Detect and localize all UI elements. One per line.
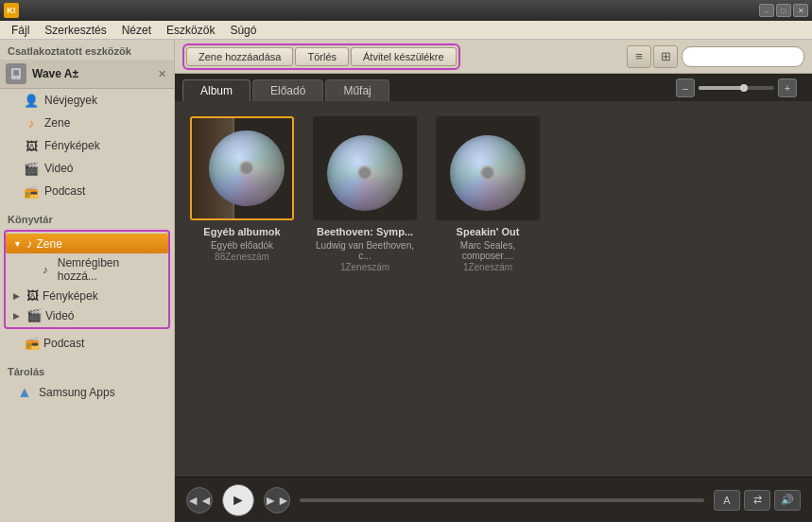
photos-expand-arrow: ▶ — [13, 291, 25, 301]
album-title-other: Egyéb albumok — [190, 226, 294, 238]
grid-view-button[interactable]: ⊞ — [653, 45, 678, 68]
search-input[interactable] — [682, 46, 804, 67]
minimize-button[interactable]: – — [759, 4, 774, 17]
view-buttons: ≡ ⊞ — [627, 45, 678, 68]
sidebar-item-contacts[interactable]: 👤 Névjegyek — [0, 89, 174, 112]
prev-button[interactable]: ◄◄ — [186, 487, 213, 513]
sidebar-item-video-library[interactable]: ▶ 🎬 Videó — [6, 305, 168, 325]
album-item-speakin[interactable]: Speakin' Out Marc Seales, composer.... 1… — [436, 116, 540, 272]
player-extra-buttons: A ⇄ 🔊 — [714, 490, 801, 511]
photos-library-icon: 🖼 — [26, 288, 39, 303]
library-section: ▼ ♪ Zene ♪ Nemrégiben hozzá... ▶ 🖼 Fényk… — [4, 230, 170, 329]
device-icon — [6, 63, 26, 84]
samsung-apps-icon: ▲ — [15, 383, 34, 402]
add-music-button[interactable]: Zene hozzáadása — [186, 47, 293, 66]
album-art-beethoven — [313, 116, 417, 220]
device-header: Wave A± ✕ — [0, 60, 174, 89]
album-art-other — [190, 116, 294, 220]
sidebar: Csatlakoztatott eszközök Wave A± ✕ 👤 Név… — [0, 40, 175, 522]
player-extra-btn-2[interactable]: ⇄ — [744, 490, 770, 511]
album-title-beethoven: Beethoven: Symp... — [313, 226, 417, 238]
menu-help[interactable]: Súgó — [222, 21, 264, 40]
sidebar-item-music-library[interactable]: ▼ ♪ Zene — [6, 234, 168, 253]
podcast-library-icon: 📻 — [25, 336, 40, 350]
album-item-beethoven[interactable]: Beethoven: Symp... Ludwig van Beethoven,… — [313, 116, 417, 272]
album-item-other[interactable]: Egyéb albumok Egyéb előadók 88Zeneszám — [190, 116, 294, 272]
title-bar: K! – □ ✕ — [0, 0, 812, 21]
sidebar-item-recent[interactable]: ♪ Nemrégiben hozzá... — [6, 253, 168, 286]
volume-minus-button[interactable]: – — [676, 78, 695, 97]
app-icon: K! — [4, 3, 19, 18]
connected-devices-title: Csatlakoztatott eszközök — [0, 40, 174, 60]
podcast-device-icon: 📻 — [23, 183, 40, 200]
tabs-bar: Album Előadó Műfaj – + — [175, 74, 812, 101]
video-library-icon: 🎬 — [26, 308, 42, 322]
title-bar-left: K! — [4, 3, 19, 18]
album-artist-other: Egyéb előadók — [190, 240, 294, 251]
player-extra-btn-3[interactable]: 🔊 — [774, 490, 801, 511]
main-container: Csatlakoztatott eszközök Wave A± ✕ 👤 Név… — [0, 40, 812, 522]
album-count-speakin: 1Zeneszám — [436, 262, 540, 272]
music-device-icon: ♪ — [23, 114, 40, 131]
album-count-beethoven: 1Zeneszám — [313, 262, 417, 272]
volume-slider[interactable] — [699, 86, 774, 90]
toolbar: Zene hozzáadása Törlés Átvitel készülékr… — [175, 40, 812, 74]
sidebar-item-podcast-library[interactable]: ▶ 📻 Podcast — [4, 333, 170, 353]
tab-genre[interactable]: Műfaj — [325, 79, 389, 101]
music-library-icon: ♪ — [26, 236, 33, 251]
sidebar-item-video-device[interactable]: 🎬 Videó — [0, 157, 174, 180]
sidebar-item-music-device[interactable]: ♪ Zene — [0, 112, 174, 134]
sidebar-item-podcast-device[interactable]: 📻 Podcast — [0, 180, 174, 202]
tab-album[interactable]: Album — [182, 79, 251, 101]
device-name-label: Wave A± — [32, 67, 155, 80]
music-expand-arrow: ▼ — [13, 239, 25, 249]
sidebar-item-photos-library[interactable]: ▶ 🖼 Fényképek — [6, 286, 168, 305]
menu-tools[interactable]: Eszközök — [159, 21, 222, 40]
library-section-title: Könyvtár — [0, 208, 174, 228]
content-area: Zene hozzáadása Törlés Átvitel készülékr… — [175, 40, 812, 522]
tab-artist[interactable]: Előadó — [252, 79, 323, 101]
toolbar-action-group: Zene hozzáadása Törlés Átvitel készülékr… — [182, 44, 460, 70]
album-artist-speakin: Marc Seales, composer.... — [436, 240, 540, 261]
menu-file[interactable]: Fájl — [4, 21, 37, 40]
volume-thumb — [740, 84, 748, 92]
maximize-button[interactable]: □ — [776, 4, 791, 17]
storage-section-title: Tárolás — [0, 360, 174, 380]
menu-bar: Fájl Szerkesztés Nézet Eszközök Súgó — [0, 21, 812, 40]
delete-button[interactable]: Törlés — [295, 47, 349, 66]
progress-bar[interactable] — [300, 498, 704, 502]
svg-rect-1 — [13, 70, 19, 76]
tabs-container: Album Előadó Műfaj — [175, 74, 676, 101]
title-bar-controls: – □ ✕ — [759, 4, 808, 17]
cd-disc-speakin — [450, 130, 526, 206]
menu-view[interactable]: Nézet — [114, 21, 159, 40]
play-button[interactable]: ► — [222, 484, 254, 516]
close-button[interactable]: ✕ — [793, 4, 808, 17]
next-button[interactable]: ►► — [264, 487, 290, 513]
player-extra-btn-1[interactable]: A — [714, 490, 740, 511]
volume-control: – + — [676, 78, 804, 97]
album-artist-beethoven: Ludwig van Beethoven, c... — [313, 240, 417, 261]
volume-plus-button[interactable]: + — [778, 78, 797, 97]
device-close-button[interactable]: ✕ — [155, 67, 168, 80]
player-bar: ◄◄ ► ►► A ⇄ 🔊 — [175, 477, 812, 522]
album-art-speakin — [436, 116, 540, 220]
album-title-speakin: Speakin' Out — [436, 226, 540, 238]
svg-point-2 — [15, 77, 17, 78]
photos-device-icon: 🖼 — [23, 137, 40, 154]
sidebar-item-samsung-apps[interactable]: ▲ Samsung Apps — [0, 380, 174, 405]
volume-fill — [699, 86, 744, 90]
sidebar-item-photos-device[interactable]: 🖼 Fényképek — [0, 134, 174, 157]
list-view-button[interactable]: ≡ — [627, 45, 651, 68]
menu-edit[interactable]: Szerkesztés — [37, 21, 113, 40]
cd-disc-other — [209, 130, 285, 206]
recent-icon: ♪ — [38, 262, 53, 277]
album-grid: Egyéb albumok Egyéb előadók 88Zeneszám B… — [175, 101, 812, 477]
contacts-icon: 👤 — [23, 92, 40, 109]
video-expand-arrow: ▶ — [13, 311, 25, 321]
album-count-other: 88Zeneszám — [190, 252, 294, 262]
video-device-icon: 🎬 — [23, 160, 40, 177]
cd-disc-beethoven — [327, 130, 403, 206]
transfer-button[interactable]: Átvitel készülékre — [351, 47, 457, 66]
